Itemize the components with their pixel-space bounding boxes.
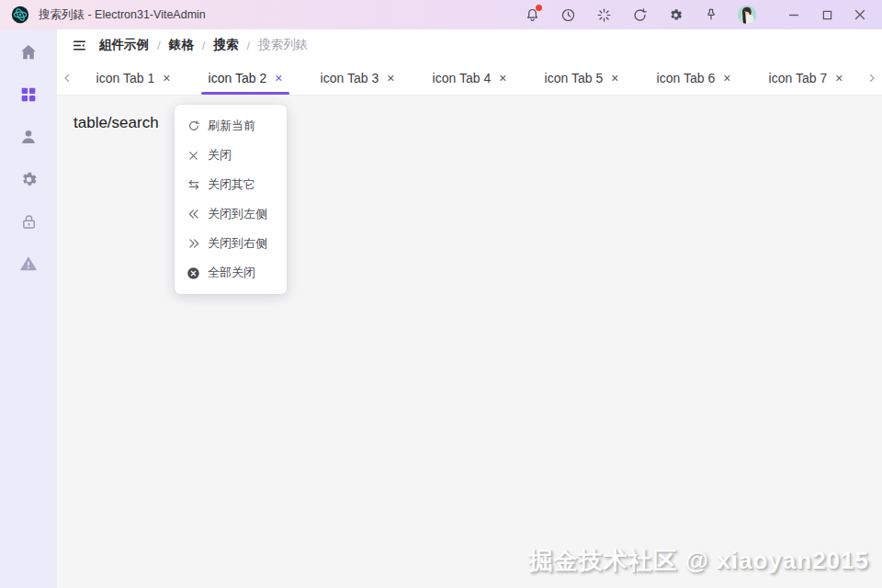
sparkle-icon — [596, 7, 612, 23]
home-icon — [18, 42, 39, 62]
page-title: table/search — [74, 114, 159, 132]
sidebar-item-users[interactable] — [17, 126, 40, 148]
maximize-button[interactable] — [814, 4, 840, 26]
menu-item-close-right[interactable]: 关闭到右侧 — [175, 229, 287, 258]
menu-item-label: 关闭到左侧 — [208, 206, 267, 222]
warning-icon — [18, 254, 39, 274]
breadcrumb-separator: / — [202, 39, 206, 52]
menu-item-close[interactable]: 关闭 — [175, 141, 287, 170]
swap-arrows-icon — [187, 178, 200, 192]
double-chevron-right-icon — [187, 237, 200, 251]
user-icon — [18, 127, 39, 147]
clock-button[interactable] — [557, 4, 579, 26]
tabs-scroll-right-button[interactable] — [862, 61, 882, 95]
menu-item-label: 关闭到右侧 — [208, 235, 267, 252]
window-title: 搜索列錶 - Electron31-ViteAdmin — [39, 7, 206, 23]
gear-icon — [668, 7, 684, 23]
tab-label: icon Tab 2 — [209, 71, 267, 85]
notification-badge — [536, 5, 542, 11]
breadcrumb-item[interactable]: 組件示例 — [99, 37, 149, 53]
close-icon — [854, 9, 865, 20]
double-chevron-left-icon — [187, 208, 200, 221]
tab-close-icon[interactable]: × — [275, 72, 282, 85]
tab-context-menu: 刷新当前 关闭 关闭其它 关闭到左侧 关闭到右侧 全部关闭 — [175, 105, 287, 294]
menu-item-close-others[interactable]: 关闭其它 — [175, 170, 287, 199]
clock-icon — [560, 7, 576, 23]
tab-label: icon Tab 3 — [321, 71, 379, 85]
notifications-button[interactable] — [521, 4, 543, 26]
menu-item-close-left[interactable]: 关闭到左侧 — [175, 199, 287, 229]
breadcrumb-item-current: 搜索列錶 — [258, 37, 308, 53]
tab-icon-tab-2[interactable]: icon Tab 2 × — [189, 61, 301, 95]
breadcrumb-separator: / — [247, 39, 251, 52]
tab-label: icon Tab 5 — [545, 71, 604, 85]
minimize-icon — [788, 9, 799, 20]
chevron-right-icon — [866, 73, 877, 84]
gear-icon — [19, 170, 39, 189]
tab-icon-tab-4[interactable]: icon Tab 4 × — [413, 61, 526, 95]
tab-close-icon[interactable]: × — [611, 72, 618, 85]
tab-close-icon[interactable]: × — [723, 72, 730, 85]
breadcrumb: 組件示例 / 錶格 / 搜索 / 搜索列錶 — [99, 37, 308, 53]
menu-item-label: 关闭其它 — [208, 176, 255, 193]
tab-close-icon[interactable]: × — [163, 72, 170, 85]
app-logo-icon — [11, 6, 29, 24]
minimize-button[interactable] — [781, 4, 807, 26]
sidebar — [0, 29, 57, 588]
sidebar-collapse-button[interactable] — [70, 36, 88, 54]
menu-item-refresh-current[interactable]: 刷新当前 — [175, 111, 287, 141]
tab-close-icon[interactable]: × — [499, 72, 506, 85]
circle-close-icon — [187, 266, 200, 280]
settings-button[interactable] — [664, 4, 686, 26]
menu-item-label: 刷新当前 — [208, 118, 255, 134]
refresh-button[interactable] — [628, 4, 650, 26]
sparkle-button[interactable] — [593, 4, 615, 26]
menu-fold-icon — [72, 38, 87, 53]
menu-item-close-all[interactable]: 全部关闭 — [175, 258, 287, 288]
breadcrumb-separator: / — [157, 39, 161, 52]
tab-label: icon Tab 7 — [769, 71, 828, 85]
pin-icon — [704, 7, 718, 22]
tab-icon-tab-7[interactable]: icon Tab 7 × — [750, 61, 862, 95]
tab-label: icon Tab 4 — [433, 71, 492, 85]
titlebar: 搜索列錶 - Electron31-ViteAdmin — [0, 0, 882, 29]
avatar — [737, 5, 757, 25]
grid-icon — [18, 85, 39, 105]
menu-item-label: 关闭 — [208, 147, 232, 164]
tab-label: icon Tab 6 — [657, 71, 716, 85]
refresh-icon — [187, 119, 200, 133]
close-icon — [187, 149, 200, 163]
tab-icon-tab-5[interactable]: icon Tab 5 × — [526, 61, 638, 95]
breadcrumb-bar: 組件示例 / 錶格 / 搜索 / 搜索列錶 — [57, 29, 882, 61]
refresh-icon — [632, 7, 648, 23]
sidebar-item-home[interactable] — [17, 41, 40, 63]
user-avatar[interactable] — [736, 4, 758, 26]
breadcrumb-item[interactable]: 錶格 — [169, 37, 194, 53]
sidebar-item-error[interactable] — [17, 253, 40, 275]
tab-bar: icon Tab 1 × icon Tab 2 × icon Tab 3 × i… — [57, 61, 882, 96]
tabs-scroll-left-button[interactable] — [57, 61, 77, 95]
chevron-left-icon — [62, 73, 73, 84]
lock-icon — [19, 212, 39, 232]
tab-icon-tab-1[interactable]: icon Tab 1 × — [77, 61, 189, 95]
tab-icon-tab-3[interactable]: icon Tab 3 × — [301, 61, 413, 95]
tab-close-icon[interactable]: × — [387, 72, 394, 85]
maximize-icon — [822, 10, 832, 20]
tab-icon-tab-6[interactable]: icon Tab 6 × — [638, 61, 750, 95]
sidebar-item-components[interactable] — [17, 84, 40, 106]
sidebar-item-lock[interactable] — [17, 210, 40, 232]
close-window-button[interactable] — [847, 4, 873, 26]
tab-close-icon[interactable]: × — [835, 72, 842, 85]
tab-label: icon Tab 1 — [96, 71, 155, 85]
menu-item-label: 全部关闭 — [208, 265, 255, 281]
pin-button[interactable] — [700, 4, 722, 26]
breadcrumb-item[interactable]: 搜索 — [214, 37, 239, 53]
sidebar-item-settings[interactable] — [17, 168, 40, 190]
